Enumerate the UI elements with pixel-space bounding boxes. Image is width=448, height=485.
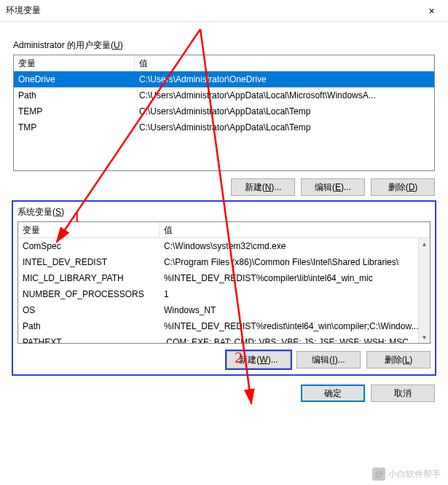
user-vars-label: Administrator 的用户变量(U)	[13, 39, 435, 52]
user-button-row: 新建(N)... 编辑(E)... 删除(D)	[13, 178, 435, 196]
dialog-button-row: 确定 取消	[13, 385, 435, 402]
scroll-down-icon[interactable]: ▼	[419, 331, 430, 343]
table-row[interactable]: NUMBER_OF_PROCESSORS1	[18, 286, 430, 302]
watermark-text: 小白软件帮手	[388, 468, 441, 481]
table-row[interactable]: INTEL_DEV_REDISTC:\Program Files (x86)\C…	[18, 254, 430, 270]
user-edit-button[interactable]: 编辑(E)...	[301, 178, 365, 196]
var-name: TEMP	[14, 105, 135, 118]
var-name: PATHEXT	[18, 336, 160, 344]
var-value: 1	[160, 288, 430, 301]
close-icon: ×	[428, 5, 434, 17]
table-row[interactable]: TMPC:\Users\Administrator\AppData\Local\…	[14, 119, 434, 135]
var-name: NUMBER_OF_PROCESSORS	[18, 288, 160, 301]
list-header: 变量 值	[14, 55, 434, 71]
var-value: C:\Users\Administrator\OneDrive	[135, 73, 434, 86]
var-value: %INTEL_DEV_REDIST%redist\intel64_win\com…	[160, 320, 430, 333]
titlebar: 环境变量 ×	[0, 0, 448, 22]
table-row[interactable]: ComSpecC:\Windows\system32\cmd.exe	[18, 238, 430, 254]
window-title: 环境变量	[6, 4, 41, 17]
user-vars-list[interactable]: 变量 值 OneDriveC:\Users\Administrator\OneD…	[13, 55, 435, 171]
var-value: C:\Users\Administrator\AppData\Local\Tem…	[135, 121, 434, 134]
system-vars-label: 系统变量(S)	[17, 206, 431, 218]
watermark-icon: ㋡	[372, 468, 385, 481]
var-value: C:\Users\Administrator\AppData\Local\Mic…	[135, 89, 434, 102]
system-edit-button[interactable]: 编辑(I)...	[296, 351, 361, 368]
system-button-row: 新建(W)... 编辑(I)... 删除(L)	[17, 351, 431, 368]
list-header: 变量 值	[18, 222, 430, 238]
scrollbar[interactable]: ▲ ▼	[418, 238, 430, 343]
watermark: ㋡ 小白软件帮手	[372, 468, 441, 481]
var-name: TMP	[14, 121, 135, 134]
table-row[interactable]: OneDriveC:\Users\Administrator\OneDrive	[14, 71, 434, 87]
var-value: C:\Program Files (x86)\Common Files\Inte…	[160, 256, 430, 269]
scroll-up-icon[interactable]: ▲	[419, 238, 430, 250]
var-value: .COM;.EXE;.BAT;.CMD;.VBS;.VBE;.JS;.JSE;.…	[160, 336, 430, 344]
var-value: %INTEL_DEV_REDIST%compiler\lib\intel64_w…	[160, 272, 430, 285]
cancel-button[interactable]: 取消	[371, 385, 435, 402]
table-row[interactable]: OSWindows_NT	[18, 302, 430, 318]
system-vars-section-highlight: 系统变量(S) 变量 值 ComSpecC:\Windows\system32\…	[13, 202, 435, 374]
system-vars-list[interactable]: 变量 值 ComSpecC:\Windows\system32\cmd.exeI…	[17, 221, 431, 344]
table-row[interactable]: PathC:\Users\Administrator\AppData\Local…	[14, 87, 434, 103]
system-new-button[interactable]: 新建(W)...	[227, 351, 291, 368]
var-name: Path	[18, 320, 160, 333]
col-header-name[interactable]: 变量	[18, 222, 160, 237]
var-name: ComSpec	[18, 240, 160, 253]
col-header-name[interactable]: 变量	[14, 55, 135, 71]
ok-button[interactable]: 确定	[301, 385, 365, 402]
var-value: C:\Windows\system32\cmd.exe	[160, 240, 430, 253]
system-delete-button[interactable]: 删除(L)	[366, 351, 431, 368]
var-value: Windows_NT	[160, 304, 430, 317]
var-name: Path	[14, 89, 135, 102]
close-button[interactable]: ×	[415, 0, 448, 22]
var-value: C:\Users\Administrator\AppData\Local\Tem…	[135, 105, 434, 118]
var-name: OS	[18, 304, 160, 317]
user-new-button[interactable]: 新建(N)...	[231, 178, 295, 196]
var-name: OneDrive	[14, 73, 135, 86]
var-name: MIC_LD_LIBRARY_PATH	[18, 272, 160, 285]
table-row[interactable]: PATHEXT.COM;.EXE;.BAT;.CMD;.VBS;.VBE;.JS…	[18, 334, 430, 344]
user-delete-button[interactable]: 删除(D)	[371, 178, 435, 196]
table-row[interactable]: TEMPC:\Users\Administrator\AppData\Local…	[14, 103, 434, 119]
col-header-value[interactable]: 值	[135, 55, 434, 71]
table-row[interactable]: MIC_LD_LIBRARY_PATH%INTEL_DEV_REDIST%com…	[18, 270, 430, 286]
var-name: INTEL_DEV_REDIST	[18, 256, 160, 269]
col-header-value[interactable]: 值	[160, 222, 430, 237]
table-row[interactable]: Path%INTEL_DEV_REDIST%redist\intel64_win…	[18, 318, 430, 334]
